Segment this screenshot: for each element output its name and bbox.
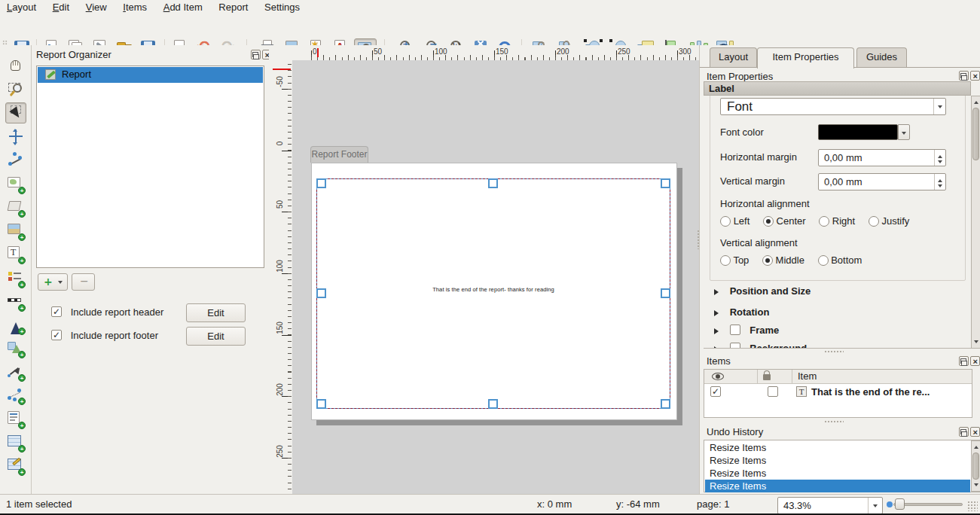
zoom-slider-handle[interactable] [895,498,905,510]
add-scalebar-icon[interactable]: + [5,291,26,312]
radio-right[interactable] [819,216,829,227]
add-shape-icon[interactable]: + [5,338,26,359]
panel-float-icon[interactable] [959,71,969,81]
dock-splitter[interactable] [697,230,701,249]
font-dropdown[interactable]: Font [720,98,946,115]
frame-section[interactable]: Frame [714,325,779,336]
menu-layout[interactable]: Layout [0,0,43,17]
menu-report[interactable]: Report [212,0,255,17]
include-footer-checkbox[interactable] [51,330,62,340]
resize-handle-se[interactable] [661,399,670,409]
resize-handle-sw[interactable] [316,399,326,409]
undo-history-scrollbar[interactable] [971,440,980,492]
font-color-dropdown[interactable] [898,124,910,140]
item-lock-checkbox[interactable] [768,386,778,397]
panel-splitter[interactable] [824,350,844,354]
undo-entry-selected[interactable]: Resize Items [705,480,970,492]
remove-section-button[interactable]: − [72,273,95,291]
radio-top-label[interactable]: Top [733,254,749,266]
tab-item-properties[interactable]: Item Properties [757,47,854,69]
edit-nodes-icon[interactable] [5,150,26,171]
ruler-tick-label: 150 [496,47,508,56]
radio-justify[interactable] [869,216,879,227]
undo-entry[interactable]: Resize Items [705,454,970,467]
resize-handle-w[interactable] [316,288,326,298]
panel-float-icon[interactable] [959,356,969,366]
resize-grip[interactable] [967,501,978,511]
zoom-icon[interactable] [5,79,26,100]
add-node-item-icon[interactable]: + [5,385,26,406]
menu-view[interactable]: View [79,0,114,17]
background-checkbox[interactable] [730,343,740,349]
items-table-row[interactable]: T That is the end of the re... [704,384,972,400]
panel-close-icon[interactable] [970,427,980,437]
add-legend-icon[interactable]: + [5,268,26,289]
radio-middle[interactable] [762,255,773,266]
pan-icon[interactable] [5,56,26,77]
resize-handle-n[interactable] [488,178,498,188]
include-header-checkbox[interactable] [51,306,62,317]
add-section-button[interactable]: + [38,273,68,291]
radio-bottom[interactable] [818,255,829,266]
panel-close-icon[interactable] [970,71,980,81]
tab-layout[interactable]: Layout [710,47,757,67]
menu-edit[interactable]: Edit [46,0,76,17]
move-item-content-icon[interactable] [5,126,26,148]
undo-entry[interactable]: Resize Items [705,467,970,480]
panel-float-icon[interactable] [959,427,969,437]
add-arrow-icon[interactable]: + [5,361,26,382]
panel-float-icon[interactable] [251,50,261,59]
horizontal-margin-spinbox[interactable]: 0,00 mm [818,149,946,166]
radio-right-label[interactable]: Right [832,215,855,227]
expand-arrow-icon [714,289,722,295]
edit-footer-button[interactable]: Edit [186,327,246,346]
spinner-buttons[interactable] [934,150,945,166]
background-section[interactable]: Background [714,343,807,349]
radio-center-label[interactable]: Center [777,215,806,227]
add-3d-map-icon[interactable]: + [5,197,26,218]
radio-justify-label[interactable]: Justify [881,215,909,227]
panel-close-icon[interactable] [970,356,980,366]
menu-items[interactable]: Items [116,0,154,17]
item-visibility-checkbox[interactable] [710,386,721,397]
add-north-arrow-icon[interactable]: + [5,315,26,336]
item-column-header: Item [798,370,817,382]
radio-center[interactable] [763,216,774,227]
add-attribute-table-icon[interactable]: + [5,432,26,453]
rotation-section[interactable]: Rotation [714,306,769,318]
spinner-buttons[interactable] [934,174,945,190]
report-tree[interactable]: Report [36,66,264,268]
zoom-level-combobox[interactable]: 43.3% [777,497,883,514]
resize-handle-s[interactable] [488,399,498,409]
add-picture-icon[interactable]: + [5,221,26,242]
radio-left[interactable] [720,216,731,227]
radio-middle-label[interactable]: Middle [776,254,804,266]
add-map-icon[interactable]: + [5,174,26,195]
add-label-icon[interactable]: T + [5,244,26,265]
edit-header-button[interactable]: Edit [186,303,246,322]
resize-handle-ne[interactable] [661,178,670,188]
layout-view[interactable]: Report Footer That is the end of the rep… [292,60,699,494]
panel-splitter[interactable] [824,420,844,424]
menu-settings[interactable]: Settings [258,0,307,17]
add-fixed-table-icon[interactable]: + [5,456,26,477]
menu-add-item[interactable]: Add Item [157,0,209,17]
frame-checkbox[interactable] [730,325,740,335]
tab-guides[interactable]: Guides [856,47,907,67]
font-color-swatch[interactable] [818,124,898,140]
item-properties-scrollbar[interactable] [971,96,980,349]
ruler-tick-label: -50 [276,71,284,93]
vertical-margin-spinbox[interactable]: 0,00 mm [818,173,946,190]
radio-bottom-label[interactable]: Bottom [831,254,862,266]
radio-left-label[interactable]: Left [734,215,750,227]
resize-handle-nw[interactable] [316,178,326,188]
undo-entry[interactable]: Resize Items [705,441,970,454]
report-label-item[interactable]: That is the end of the report- thanks fo… [316,286,670,293]
select-move-item-icon[interactable] [5,102,26,123]
cursor-position-marker-x [317,48,319,57]
tree-row-report[interactable]: Report [38,67,263,83]
radio-top[interactable] [720,255,731,266]
resize-handle-e[interactable] [661,288,670,298]
add-html-icon[interactable]: + [5,409,26,430]
position-size-section[interactable]: Position and Size [714,285,811,297]
